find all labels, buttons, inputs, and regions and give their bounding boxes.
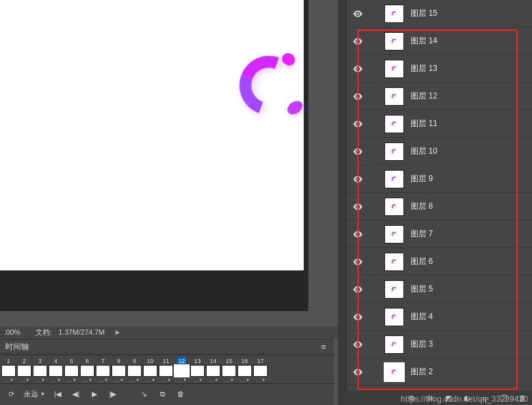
frame-delay-menu[interactable] [206,377,220,383]
layer-name-label[interactable]: 图层 8 [411,201,433,212]
layer-name-label[interactable]: 图层 3 [411,339,433,350]
layer-name-label[interactable]: 图层 10 [411,146,438,157]
layer-row[interactable]: 图层 4 [346,303,532,331]
visibility-eye-icon[interactable] [352,63,363,75]
visibility-eye-icon[interactable] [352,311,363,323]
layer-row[interactable]: 图层 10 [346,138,532,165]
frame-delay-menu[interactable] [253,377,268,383]
status-menu-arrow-icon[interactable]: ▶ [112,329,124,335]
frame-delay-menu[interactable] [222,377,236,383]
timeline-frame[interactable]: 15 [222,357,236,383]
visibility-eye-icon[interactable] [352,146,363,158]
timeline-frame[interactable]: 8 [112,357,126,383]
layer-row[interactable]: 图层 6 [346,248,532,276]
layer-row[interactable]: 图层 11 [346,110,532,138]
timeline-loop-label[interactable]: 永远 ▼ [24,389,45,399]
frame-delay-menu[interactable] [159,377,173,383]
layer-thumbnail[interactable] [384,32,404,51]
frame-delay-menu[interactable] [33,377,47,383]
timeline-frame[interactable]: 14 [206,357,220,383]
visibility-eye-icon[interactable] [352,118,363,130]
layer-thumbnail[interactable] [384,308,404,326]
new-layer-icon[interactable]: ❐ [499,394,508,402]
layer-row[interactable]: 图层 15 [346,0,532,28]
frame-delay-menu[interactable] [190,377,205,383]
timeline-frame[interactable]: 3 [33,357,47,383]
frame-delay-menu[interactable] [49,377,63,383]
timeline-frame[interactable]: 2 [17,357,31,383]
adjustment-icon[interactable]: ◐ [462,394,472,402]
layer-name-label[interactable]: 图层 7 [411,228,433,240]
layer-name-label[interactable]: 图层 9 [411,173,433,184]
frame-delay-menu[interactable] [112,377,126,383]
fx-icon[interactable]: fx [426,394,435,402]
layer-row[interactable]: 图层 5 [346,276,532,303]
prev-frame-button[interactable]: ◀| [70,388,82,400]
visibility-eye-icon[interactable] [352,173,363,185]
layer-thumbnail[interactable] [384,253,404,271]
delete-frame-button[interactable]: 🗑 [175,388,187,400]
layer-row[interactable]: 图层 8 [346,193,532,221]
timeline-frame[interactable]: 1 [1,357,16,383]
layer-thumbnail[interactable] [384,170,404,188]
timeline-frame[interactable]: 6 [80,357,94,383]
layer-row[interactable]: 图层 2 [346,358,532,386]
trash-icon[interactable]: 🗑 [518,394,527,402]
layer-thumbnail[interactable] [384,5,404,23]
timeline-frames-row[interactable]: 1234567891011121314151617 [0,355,334,384]
layer-thumbnail[interactable] [384,87,404,106]
layer-row[interactable]: 图层 3 [346,331,532,358]
frame-delay-menu[interactable] [17,377,31,383]
timeline-loop-icon[interactable]: ⟳ [5,388,17,400]
visibility-eye-icon[interactable] [352,228,363,240]
frame-delay-menu[interactable] [143,377,157,383]
layer-thumbnail[interactable] [384,198,404,216]
frame-delay-menu[interactable] [237,377,252,383]
timeline-frame[interactable]: 17 [253,357,268,383]
frame-delay-menu[interactable] [1,377,16,383]
visibility-eye-icon[interactable] [352,91,363,102]
visibility-eye-icon[interactable] [352,201,363,213]
timeline-frame[interactable]: 11 [159,357,173,383]
layer-thumbnail[interactable] [384,115,404,133]
next-frame-button[interactable]: |▶ [107,388,119,400]
layer-row[interactable]: 图层 9 [346,165,532,193]
timeline-frame[interactable]: 7 [96,357,110,383]
layer-name-label[interactable]: 图层 11 [411,118,438,129]
layer-name-label[interactable]: 图层 2 [411,366,433,377]
layer-row[interactable]: 图层 13 [346,55,532,83]
layer-row[interactable]: 图层 14 [346,28,532,55]
layer-thumbnail[interactable] [384,225,404,244]
timeline-frame[interactable]: 4 [49,357,63,383]
group-icon[interactable]: ▭ [481,394,490,402]
layer-name-label[interactable]: 图层 5 [411,284,433,295]
timeline-menu-icon[interactable]: ≡ [318,343,329,351]
visibility-eye-icon[interactable] [352,339,363,351]
layer-name-label[interactable]: 图层 12 [411,91,438,102]
frame-delay-menu[interactable] [127,377,142,383]
link-layers-icon[interactable]: ⧉ [407,394,417,402]
duplicate-frame-button[interactable]: ⧉ [157,388,169,400]
frame-delay-menu[interactable] [80,377,94,383]
layer-thumbnail[interactable] [384,280,404,299]
layer-thumbnail[interactable] [384,142,404,161]
mask-icon[interactable]: ◩ [444,394,453,402]
frame-delay-menu[interactable] [96,377,110,383]
frame-delay-menu[interactable] [64,377,79,383]
first-frame-button[interactable]: |◀ [52,388,64,400]
zoom-value[interactable]: .00% [4,328,20,336]
layer-name-label[interactable]: 图层 4 [411,311,433,322]
visibility-eye-icon[interactable] [352,284,363,295]
visibility-eye-icon[interactable] [352,256,363,268]
tween-button[interactable]: ↘ [138,388,150,400]
visibility-eye-icon[interactable] [352,8,363,20]
frame-delay-menu[interactable] [174,377,189,383]
visibility-eye-icon[interactable] [352,366,363,378]
layer-name-label[interactable]: 图层 15 [411,8,438,19]
timeline-frame[interactable]: 16 [237,357,252,383]
layer-thumbnail[interactable] [384,335,404,354]
timeline-frame[interactable]: 13 [190,357,205,383]
timeline-frame[interactable]: 10 [143,357,157,383]
layer-name-label[interactable]: 图层 14 [411,35,438,47]
layer-thumbnail[interactable] [384,363,404,381]
